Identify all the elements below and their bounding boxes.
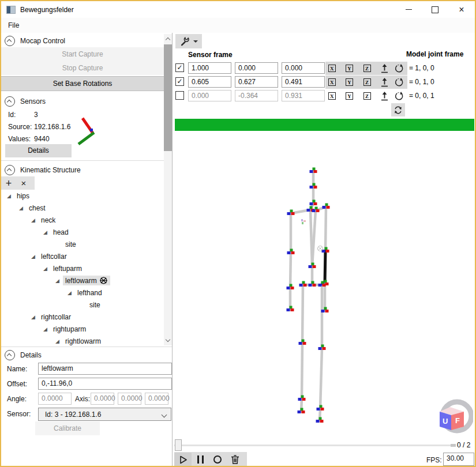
y-axis-button[interactable]: Y — [343, 76, 355, 89]
timeline-slider-thumb[interactable] — [175, 439, 182, 451]
swap-rows-button[interactable] — [391, 103, 405, 116]
tree-item-label[interactable]: neck — [39, 216, 58, 225]
flip-axis-button[interactable] — [378, 89, 391, 103]
scroll-up-icon[interactable] — [166, 37, 170, 42]
sensor-select[interactable]: Id: 3 - 192.168.1.6 — [38, 408, 171, 421]
axis-y-field[interactable]: 0.0000 — [118, 393, 141, 405]
calibration-tool-button[interactable] — [175, 34, 202, 48]
set-base-rotations-button[interactable]: Set Base Rotations — [1, 76, 164, 91]
sensor-frame-value-r1c1[interactable]: 1.000 — [188, 62, 231, 74]
tree-expander-icon[interactable]: ◢ — [55, 278, 63, 284]
tree-item-leftlowarm[interactable]: ◢leftlowarm — [55, 274, 110, 287]
tree-item-label[interactable]: rightuparm — [51, 325, 88, 334]
axis-z-field[interactable]: 0.0000 — [145, 393, 168, 405]
tree-item-label[interactable]: lefthand — [75, 288, 104, 297]
sensor-frame-value-r2c3[interactable]: 0.491 — [282, 76, 325, 88]
menu-file[interactable]: File — [4, 21, 23, 29]
tree-item-label[interactable]: chest — [27, 204, 48, 213]
tree-expander-icon[interactable]: ◢ — [7, 193, 14, 199]
tree-expander-icon[interactable]: ◢ — [19, 205, 27, 211]
row-enabled-checkbox[interactable]: ✓ — [175, 77, 184, 86]
rotate-axis-button[interactable] — [393, 89, 406, 103]
tree-item-label[interactable]: leftcollar — [39, 252, 69, 261]
tree-item-label[interactable]: site — [87, 300, 103, 310]
scrollbar-thumb[interactable] — [164, 44, 172, 151]
sensors-header[interactable]: Sensors — [1, 95, 164, 108]
tree-item-lefthand[interactable]: ◢lefthand — [68, 287, 104, 299]
calibrate-button[interactable]: Calibrate — [35, 421, 100, 435]
maximize-button[interactable] — [422, 1, 448, 18]
tree-item-label[interactable]: leftlowarm — [63, 276, 110, 285]
kinematic-structure-header[interactable]: Kinematic Structure — [1, 163, 164, 177]
play-button[interactable] — [174, 453, 192, 466]
remove-joint-button[interactable]: × — [16, 178, 31, 189]
add-joint-button[interactable]: + — [1, 178, 16, 189]
tree-item-leftuparm[interactable]: ◢leftuparm — [43, 262, 84, 274]
sensor-frame-value-r1c2[interactable]: 0.000 — [235, 62, 278, 74]
sensor-details-button[interactable]: Details — [5, 144, 72, 157]
fps-field[interactable]: 30.00 — [443, 453, 474, 466]
tree-item-label[interactable]: leftuparm — [51, 264, 84, 273]
scroll-down-icon[interactable] — [166, 337, 170, 342]
sensor-frame-value-r2c2[interactable]: 0.627 — [235, 76, 278, 88]
rotate-axis-button[interactable] — [393, 62, 406, 75]
delete-recording-button[interactable] — [226, 453, 243, 466]
tree-item-rightcollar[interactable]: ◢rightcollar — [31, 311, 73, 323]
3d-viewport[interactable]: U F — [173, 131, 475, 439]
sensor-frame-value-r3c3[interactable]: 0.931 — [282, 90, 325, 101]
tree-item-label[interactable]: head — [51, 228, 71, 237]
flip-axis-button[interactable] — [378, 62, 391, 75]
tree-expander-icon[interactable]: ◢ — [31, 254, 39, 259]
collapse-chevron-icon[interactable] — [5, 96, 15, 107]
close-button[interactable]: × — [448, 1, 475, 18]
row-enabled-checkbox[interactable]: ✓ — [175, 63, 184, 72]
z-axis-button[interactable]: Z — [361, 76, 373, 89]
tree-expander-icon[interactable]: ◢ — [43, 266, 51, 272]
collapse-chevron-icon[interactable] — [5, 350, 15, 360]
tree-expander-icon[interactable]: ◢ — [31, 314, 39, 320]
details-header[interactable]: Details — [1, 348, 164, 362]
left-panel-scrollbar[interactable] — [164, 34, 172, 345]
offset-field[interactable]: 0,-11.96,0 — [38, 378, 172, 390]
sensor-frame-value-r2c1[interactable]: 0.605 — [188, 76, 231, 88]
collapse-chevron-icon[interactable] — [5, 165, 15, 175]
collapse-chevron-icon[interactable] — [5, 36, 15, 46]
pause-button[interactable] — [192, 453, 209, 466]
tree-item-neck[interactable]: ◢neck — [31, 214, 58, 226]
tree-item-chest[interactable]: ◢chest — [19, 202, 48, 214]
start-capture-button[interactable]: Start Capture — [1, 47, 164, 61]
flip-axis-button[interactable] — [378, 76, 391, 89]
tree-item-label[interactable]: hips — [14, 191, 32, 201]
rotate-axis-button[interactable] — [393, 76, 406, 89]
tree-item-rightuparm[interactable]: ◢rightuparm — [43, 323, 88, 335]
axis-x-field[interactable]: 0.0000 — [91, 393, 114, 405]
tree-expander-icon[interactable]: ◢ — [31, 217, 39, 223]
tree-item-head[interactable]: ◢head — [43, 226, 71, 238]
angle-field[interactable]: 0.0000 — [38, 393, 72, 405]
x-axis-button[interactable]: X — [325, 62, 338, 75]
tree-expander-icon[interactable]: ◢ — [43, 229, 51, 235]
z-axis-button[interactable]: Z — [361, 89, 373, 103]
tree-item-hips[interactable]: ◢hips — [7, 190, 32, 202]
tree-item-label[interactable]: rightlowarm — [63, 337, 103, 346]
mocap-control-header[interactable]: Mocap Control — [1, 34, 164, 48]
tree-item-label[interactable]: site — [63, 240, 78, 249]
sensor-frame-value-r3c1[interactable]: 0.000 — [188, 90, 231, 101]
y-axis-button[interactable]: Y — [343, 89, 355, 103]
stop-capture-button[interactable]: Stop Capture — [1, 61, 164, 75]
y-axis-button[interactable]: Y — [343, 62, 355, 75]
tree-item-site[interactable]: site — [55, 238, 78, 250]
row-enabled-checkbox[interactable] — [175, 91, 184, 100]
sensor-frame-value-r1c3[interactable]: 0.000 — [282, 62, 325, 74]
record-button[interactable] — [209, 453, 226, 466]
tree-expander-icon[interactable]: ◢ — [43, 326, 51, 332]
minimize-button[interactable] — [395, 1, 422, 18]
tree-expander-icon[interactable]: ◢ — [55, 338, 63, 344]
timeline-slider-track[interactable] — [174, 445, 455, 446]
x-axis-button[interactable]: X — [325, 76, 338, 89]
tree-expander-icon[interactable]: ◢ — [68, 290, 75, 296]
sensor-frame-value-r3c2[interactable]: -0.364 — [235, 90, 278, 101]
tree-item-rightlowarm[interactable]: ◢rightlowarm — [55, 335, 103, 346]
x-axis-button[interactable]: X — [325, 89, 338, 103]
tree-item-leftcollar[interactable]: ◢leftcollar — [31, 250, 69, 262]
